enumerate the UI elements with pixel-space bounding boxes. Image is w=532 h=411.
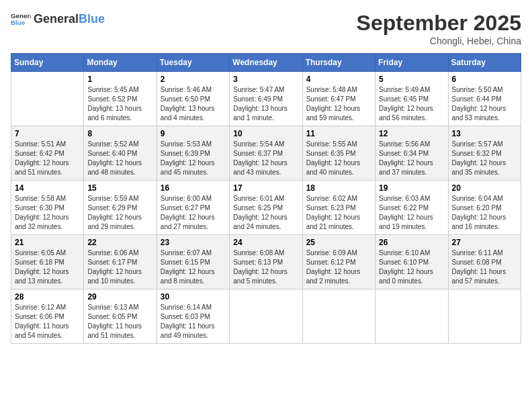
day-info: Sunrise: 6:08 AMSunset: 6:13 PMDaylight:…: [233, 248, 298, 286]
day-number: 20: [452, 183, 517, 193]
table-row: 11 Sunrise: 5:55 AMSunset: 6:35 PMDaylig…: [302, 126, 375, 181]
day-number: 29: [87, 292, 152, 302]
day-info: Sunrise: 6:12 AMSunset: 6:06 PMDaylight:…: [15, 303, 80, 340]
day-number: 14: [15, 183, 80, 193]
day-info: Sunrise: 6:02 AMSunset: 6:23 PMDaylight:…: [306, 194, 371, 232]
table-row: 27 Sunrise: 6:11 AMSunset: 6:08 PMDaylig…: [448, 235, 521, 289]
day-number: 8: [87, 129, 152, 138]
day-info: Sunrise: 5:55 AMSunset: 6:35 PMDaylight:…: [306, 140, 371, 177]
day-info: Sunrise: 6:01 AMSunset: 6:25 PMDaylight:…: [233, 194, 298, 232]
header-saturday: Saturday: [448, 54, 521, 72]
table-row: 22 Sunrise: 6:06 AMSunset: 6:17 PMDaylig…: [84, 235, 157, 289]
day-info: Sunrise: 6:06 AMSunset: 6:17 PMDaylight:…: [87, 248, 152, 286]
day-info: Sunrise: 5:52 AMSunset: 6:40 PMDaylight:…: [87, 140, 152, 177]
table-row: [302, 289, 375, 344]
table-row: 6 Sunrise: 5:50 AMSunset: 6:44 PMDayligh…: [448, 72, 521, 126]
table-row: [448, 289, 521, 344]
table-row: [375, 289, 448, 344]
day-info: Sunrise: 6:14 AMSunset: 6:03 PMDaylight:…: [161, 303, 226, 340]
day-info: Sunrise: 5:57 AMSunset: 6:32 PMDaylight:…: [452, 140, 517, 177]
day-number: 2: [161, 75, 226, 84]
day-number: 10: [233, 129, 298, 138]
logo: General Blue GeneralBlue: [11, 11, 105, 27]
table-row: 28 Sunrise: 6:12 AMSunset: 6:06 PMDaylig…: [11, 289, 84, 344]
day-info: Sunrise: 5:46 AMSunset: 6:50 PMDaylight:…: [161, 85, 226, 123]
day-info: Sunrise: 6:07 AMSunset: 6:15 PMDaylight:…: [161, 248, 226, 286]
day-number: 6: [452, 75, 517, 84]
table-row: 5 Sunrise: 5:49 AMSunset: 6:45 PMDayligh…: [375, 72, 448, 126]
table-row: 20 Sunrise: 6:04 AMSunset: 6:20 PMDaylig…: [448, 181, 521, 235]
day-number: 4: [306, 75, 371, 84]
day-number: 15: [87, 183, 152, 193]
day-info: Sunrise: 5:51 AMSunset: 6:42 PMDaylight:…: [15, 140, 80, 177]
calendar-body: 1 Sunrise: 5:45 AMSunset: 6:52 PMDayligh…: [11, 72, 521, 344]
svg-text:Blue: Blue: [11, 19, 26, 26]
day-number: 13: [452, 129, 517, 138]
table-row: 18 Sunrise: 6:02 AMSunset: 6:23 PMDaylig…: [302, 181, 375, 235]
day-info: Sunrise: 6:05 AMSunset: 6:18 PMDaylight:…: [15, 248, 80, 286]
logo-general: General: [34, 12, 79, 26]
day-number: 5: [379, 75, 444, 84]
month-title: September 2025: [357, 11, 521, 36]
table-row: 1 Sunrise: 5:45 AMSunset: 6:52 PMDayligh…: [84, 72, 157, 126]
day-number: 3: [233, 75, 298, 84]
table-row: 29 Sunrise: 6:13 AMSunset: 6:05 PMDaylig…: [84, 289, 157, 344]
day-number: 1: [87, 75, 152, 84]
table-row: 15 Sunrise: 5:59 AMSunset: 6:29 PMDaylig…: [84, 181, 157, 235]
day-info: Sunrise: 5:47 AMSunset: 6:49 PMDaylight:…: [233, 85, 298, 123]
table-row: 7 Sunrise: 5:51 AMSunset: 6:42 PMDayligh…: [11, 126, 84, 181]
table-row: 12 Sunrise: 5:56 AMSunset: 6:34 PMDaylig…: [375, 126, 448, 181]
day-info: Sunrise: 5:49 AMSunset: 6:45 PMDaylight:…: [379, 85, 444, 123]
day-number: 11: [306, 129, 371, 138]
table-row: 4 Sunrise: 5:48 AMSunset: 6:47 PMDayligh…: [302, 72, 375, 126]
header-wednesday: Wednesday: [230, 54, 302, 72]
day-number: 7: [15, 129, 80, 138]
table-row: 2 Sunrise: 5:46 AMSunset: 6:50 PMDayligh…: [157, 72, 229, 126]
table-row: 13 Sunrise: 5:57 AMSunset: 6:32 PMDaylig…: [448, 126, 521, 181]
day-info: Sunrise: 6:04 AMSunset: 6:20 PMDaylight:…: [452, 194, 517, 232]
table-row: 10 Sunrise: 5:54 AMSunset: 6:37 PMDaylig…: [230, 126, 302, 181]
day-info: Sunrise: 6:03 AMSunset: 6:22 PMDaylight:…: [379, 194, 444, 232]
table-row: 24 Sunrise: 6:08 AMSunset: 6:13 PMDaylig…: [230, 235, 302, 289]
table-row: 16 Sunrise: 6:00 AMSunset: 6:27 PMDaylig…: [157, 181, 229, 235]
header-tuesday: Tuesday: [157, 54, 229, 72]
day-number: 12: [379, 129, 444, 138]
day-number: 26: [379, 238, 444, 247]
table-row: 21 Sunrise: 6:05 AMSunset: 6:18 PMDaylig…: [11, 235, 84, 289]
day-info: Sunrise: 5:45 AMSunset: 6:52 PMDaylight:…: [87, 85, 152, 123]
day-info: Sunrise: 6:10 AMSunset: 6:10 PMDaylight:…: [379, 248, 444, 286]
day-info: Sunrise: 6:00 AMSunset: 6:27 PMDaylight:…: [161, 194, 226, 232]
logo-icon: General Blue: [11, 11, 31, 27]
day-info: Sunrise: 5:53 AMSunset: 6:39 PMDaylight:…: [161, 140, 226, 177]
calendar-header: Sunday Monday Tuesday Wednesday Thursday…: [11, 54, 521, 72]
table-row: 14 Sunrise: 5:58 AMSunset: 6:30 PMDaylig…: [11, 181, 84, 235]
day-number: 25: [306, 238, 371, 247]
table-row: 9 Sunrise: 5:53 AMSunset: 6:39 PMDayligh…: [157, 126, 229, 181]
header-monday: Monday: [84, 54, 157, 72]
day-info: Sunrise: 5:56 AMSunset: 6:34 PMDaylight:…: [379, 140, 444, 177]
table-row: 30 Sunrise: 6:14 AMSunset: 6:03 PMDaylig…: [157, 289, 229, 344]
day-number: 28: [15, 292, 80, 302]
day-info: Sunrise: 5:54 AMSunset: 6:37 PMDaylight:…: [233, 140, 298, 177]
day-number: 18: [306, 183, 371, 193]
day-number: 23: [161, 238, 226, 247]
day-info: Sunrise: 5:58 AMSunset: 6:30 PMDaylight:…: [15, 194, 80, 232]
day-number: 17: [233, 183, 298, 193]
header-sunday: Sunday: [11, 54, 84, 72]
day-number: 22: [87, 238, 152, 247]
day-number: 30: [161, 292, 226, 302]
day-info: Sunrise: 5:50 AMSunset: 6:44 PMDaylight:…: [452, 85, 517, 123]
table-row: 23 Sunrise: 6:07 AMSunset: 6:15 PMDaylig…: [157, 235, 229, 289]
day-number: 21: [15, 238, 80, 247]
svg-text:General: General: [11, 12, 31, 19]
calendar-table: Sunday Monday Tuesday Wednesday Thursday…: [11, 53, 521, 344]
table-row: 3 Sunrise: 5:47 AMSunset: 6:49 PMDayligh…: [230, 72, 302, 126]
day-info: Sunrise: 5:59 AMSunset: 6:29 PMDaylight:…: [87, 194, 152, 232]
table-row: [11, 72, 84, 126]
day-number: 16: [161, 183, 226, 193]
day-number: 24: [233, 238, 298, 247]
header-thursday: Thursday: [302, 54, 375, 72]
day-info: Sunrise: 6:09 AMSunset: 6:12 PMDaylight:…: [306, 248, 371, 286]
table-row: [230, 289, 302, 344]
table-row: 19 Sunrise: 6:03 AMSunset: 6:22 PMDaylig…: [375, 181, 448, 235]
